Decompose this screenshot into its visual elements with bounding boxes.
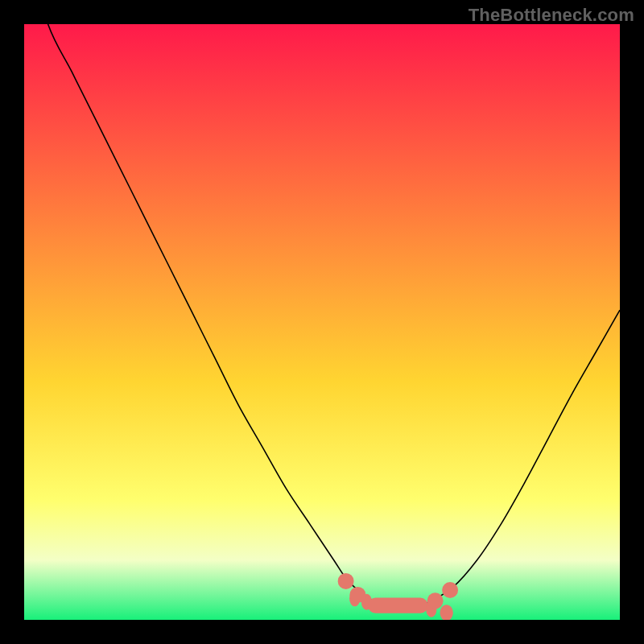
svg-point-8	[442, 582, 458, 598]
bottleneck-chart	[24, 24, 620, 620]
svg-point-7	[427, 592, 444, 609]
chart-stage: TheBottleneck.com	[0, 0, 644, 644]
svg-point-5	[338, 573, 354, 589]
gradient-background	[24, 24, 620, 620]
svg-point-6	[349, 587, 365, 603]
watermark-text: TheBottleneck.com	[469, 5, 634, 26]
